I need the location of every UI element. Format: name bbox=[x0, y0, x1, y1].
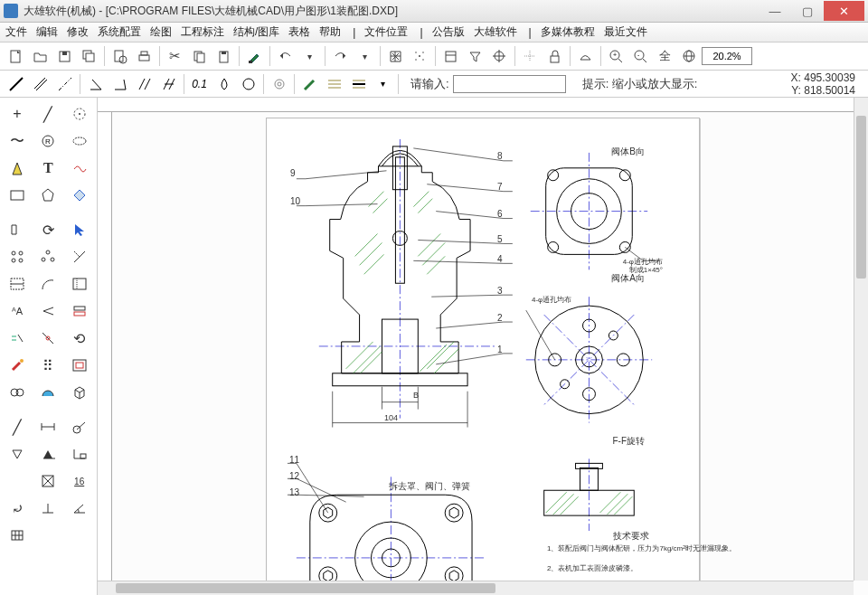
oval-01-icon[interactable]: 0.1 bbox=[187, 72, 212, 96]
new-file-icon[interactable] bbox=[4, 44, 28, 68]
route-icon[interactable] bbox=[3, 271, 32, 297]
scrollbar-horizontal[interactable] bbox=[98, 581, 854, 595]
empty-icon[interactable] bbox=[3, 468, 32, 494]
line-dashdot-icon[interactable] bbox=[52, 72, 77, 96]
zoom-out-icon[interactable]: - bbox=[628, 44, 653, 68]
plus-icon[interactable]: + bbox=[3, 101, 32, 127]
menu-media[interactable]: 多媒体教程 bbox=[541, 24, 595, 40]
menu-modify[interactable]: 修改 bbox=[67, 24, 89, 40]
undo-step-icon[interactable]: ▾ bbox=[297, 44, 322, 68]
menu-dxsoft[interactable]: 大雄软件 bbox=[474, 24, 517, 40]
paint-icon[interactable] bbox=[3, 353, 32, 378]
cut-node-icon[interactable] bbox=[33, 326, 62, 351]
text-icon[interactable]: T bbox=[33, 156, 62, 181]
lines-center-icon[interactable] bbox=[346, 72, 371, 96]
arc-icon[interactable] bbox=[33, 271, 62, 297]
poly-icon[interactable] bbox=[33, 183, 62, 208]
menu-config[interactable]: 系统配置 bbox=[98, 24, 141, 40]
half-circ-icon[interactable] bbox=[33, 380, 62, 405]
globe-icon[interactable] bbox=[677, 44, 702, 68]
undo-icon[interactable] bbox=[273, 44, 297, 68]
dot-circ-icon[interactable] bbox=[65, 101, 94, 127]
line-solid-icon[interactable] bbox=[4, 72, 28, 96]
menu-dim[interactable]: 工程标注 bbox=[181, 24, 224, 40]
hex16-icon[interactable]: 16 bbox=[65, 468, 94, 494]
tri-up-icon[interactable] bbox=[33, 441, 62, 467]
print-preview-icon[interactable] bbox=[108, 44, 132, 68]
grid-b-icon[interactable] bbox=[3, 523, 32, 548]
line-icon[interactable]: ╱ bbox=[33, 101, 62, 127]
menu-draw[interactable]: 绘图 bbox=[150, 24, 172, 40]
open-file-icon[interactable] bbox=[28, 44, 52, 68]
boundary-icon[interactable] bbox=[65, 271, 94, 297]
parallel-a-icon[interactable] bbox=[132, 72, 156, 96]
command-input[interactable] bbox=[453, 75, 566, 93]
menu-file[interactable]: 文件 bbox=[5, 24, 27, 40]
rotate-icon[interactable]: ⤾ bbox=[3, 496, 32, 521]
drop-icon[interactable] bbox=[212, 72, 236, 96]
angle-r-icon[interactable] bbox=[108, 72, 132, 96]
menu-struct[interactable]: 结构/图库 bbox=[233, 24, 279, 40]
cube-icon[interactable] bbox=[65, 380, 94, 405]
dim-h-icon[interactable] bbox=[33, 414, 62, 439]
dim-r-icon[interactable] bbox=[65, 414, 94, 439]
menu-recent[interactable]: 最近文件 bbox=[604, 24, 647, 40]
dots-a-icon[interactable] bbox=[3, 244, 32, 269]
refresh-icon[interactable]: ⟳ bbox=[33, 217, 62, 242]
redo-step-icon[interactable]: ▾ bbox=[353, 44, 377, 68]
menu-help[interactable]: 帮助 bbox=[319, 24, 341, 40]
zoom-input[interactable] bbox=[702, 47, 752, 65]
pointer-icon[interactable] bbox=[65, 217, 94, 242]
scrollbar-vertical[interactable] bbox=[854, 98, 868, 581]
print-icon[interactable] bbox=[132, 44, 156, 68]
minimize-button[interactable]: — bbox=[759, 1, 791, 21]
zoom-all-icon[interactable]: 全 bbox=[653, 44, 677, 68]
circle-icon[interactable] bbox=[236, 72, 260, 96]
gear-icon[interactable] bbox=[267, 72, 291, 96]
sketch-icon[interactable] bbox=[65, 156, 94, 181]
wave-icon[interactable]: 〜 bbox=[3, 128, 32, 154]
color-a-icon[interactable] bbox=[3, 156, 32, 181]
brush-icon[interactable] bbox=[242, 44, 267, 68]
menu-table[interactable]: 表格 bbox=[288, 24, 310, 40]
close-button[interactable]: ✕ bbox=[824, 1, 864, 21]
rot-sym-icon[interactable]: ⟲ bbox=[65, 326, 94, 351]
lines-3-icon[interactable] bbox=[322, 72, 346, 96]
rot-a-icon[interactable]: ᴬA bbox=[3, 298, 32, 324]
layers-icon[interactable] bbox=[439, 44, 463, 68]
crossbox-icon[interactable] bbox=[33, 468, 62, 494]
angle-icon[interactable] bbox=[83, 72, 108, 96]
contain-icon[interactable] bbox=[65, 353, 94, 378]
line-parallel-icon[interactable] bbox=[28, 72, 52, 96]
dots-b-icon[interactable] bbox=[33, 244, 62, 269]
dual-circ-icon[interactable] bbox=[3, 380, 32, 405]
dots-c-icon[interactable]: ⠿ bbox=[33, 353, 62, 378]
brush2-icon[interactable] bbox=[297, 72, 322, 96]
lock-icon[interactable] bbox=[542, 44, 567, 68]
maximize-button[interactable]: ▢ bbox=[791, 1, 824, 21]
menu-board[interactable]: 公告版 bbox=[432, 24, 465, 40]
thickness-icon[interactable]: ▾ bbox=[371, 72, 395, 96]
line-w-icon[interactable]: ╱ bbox=[3, 414, 32, 439]
menu-filepos[interactable]: 文件位置 bbox=[364, 24, 408, 40]
mirror-icon[interactable] bbox=[3, 217, 32, 242]
edge-icon[interactable] bbox=[65, 244, 94, 269]
tri-dn-icon[interactable] bbox=[3, 441, 32, 467]
rect-icon[interactable] bbox=[3, 183, 32, 208]
save-icon[interactable] bbox=[52, 44, 77, 68]
dim-perp-icon[interactable] bbox=[33, 496, 62, 521]
paste-icon[interactable] bbox=[212, 44, 236, 68]
zoom-in-icon[interactable]: + bbox=[604, 44, 628, 68]
star-select-icon[interactable] bbox=[408, 44, 432, 68]
grid-icon[interactable] bbox=[383, 44, 408, 68]
circle-r-icon[interactable]: R bbox=[33, 128, 62, 154]
canvas[interactable]: 阀体B向 阀体A向 F-F旋转 拆去罩、阀门、弹簧 技术要求 1、装配后阀门与阀… bbox=[98, 98, 868, 595]
save-all-icon[interactable] bbox=[77, 44, 101, 68]
cut-icon[interactable]: ✂ bbox=[163, 44, 187, 68]
copy-icon[interactable] bbox=[187, 44, 212, 68]
back-icon[interactable] bbox=[33, 298, 62, 324]
diamond-icon[interactable] bbox=[65, 183, 94, 208]
measure-icon[interactable] bbox=[573, 44, 598, 68]
l-box-icon[interactable] bbox=[65, 441, 94, 467]
filter-icon[interactable] bbox=[463, 44, 487, 68]
